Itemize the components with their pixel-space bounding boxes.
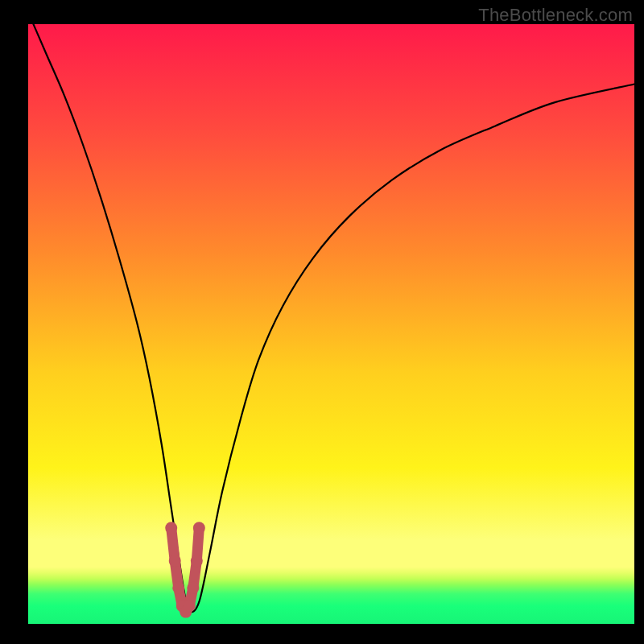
minimum-marker-dot <box>184 600 196 612</box>
chart-frame: TheBottleneck.com <box>0 0 644 644</box>
minimum-marker-dot <box>187 582 199 594</box>
minimum-marker-dot <box>191 555 203 567</box>
minimum-marker-dot <box>165 522 177 534</box>
plot-background <box>28 24 634 624</box>
minimum-marker-dot <box>193 522 205 534</box>
bottleneck-plot <box>0 0 644 644</box>
minimum-marker-dot <box>169 555 181 567</box>
minimum-marker-dot <box>172 582 184 594</box>
